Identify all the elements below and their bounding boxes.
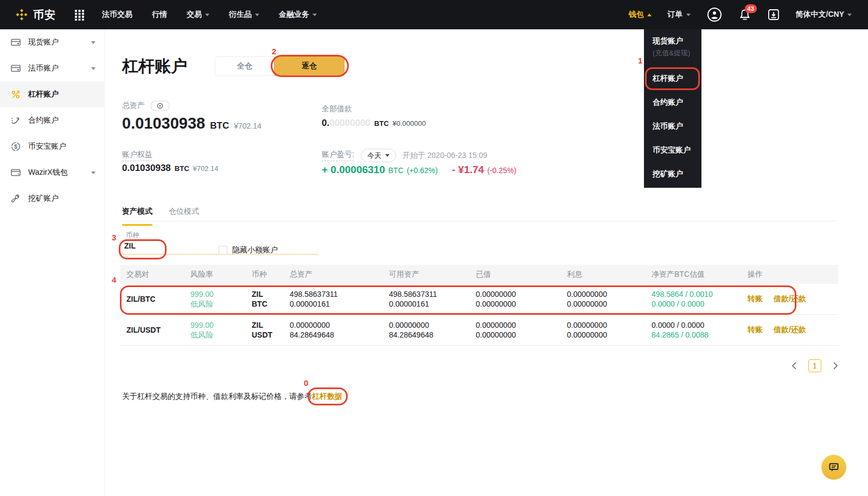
wallet-menu-mining-account[interactable]: 挖矿账户 <box>653 168 693 179</box>
borrowed-zeros: 00000000 <box>329 118 371 129</box>
card-plus-icon <box>10 37 21 48</box>
nav-item-trade[interactable]: 交易 <box>187 10 209 20</box>
support-chat-button[interactable] <box>821 455 846 480</box>
borrow-repay-link[interactable]: 借款/还款 <box>774 294 806 304</box>
total-assets-fiat: ¥702.14 <box>234 122 261 130</box>
equity-unit: BTC <box>175 164 189 173</box>
sidebar-item-spot-account[interactable]: 现货账户 <box>0 29 104 55</box>
net-btc-cell: 498.5864 / 0.0010 0.0000 / 0.0000 <box>646 289 742 309</box>
pagination: 1 <box>792 359 838 372</box>
sidebar-item-label: 法币账户 <box>28 63 59 73</box>
total-assets-unit: BTC <box>210 120 229 131</box>
sidebar-item-label: WazirX钱包 <box>28 168 68 177</box>
action-cell: 转账 借款/还款 <box>742 325 838 335</box>
notification-badge: 43 <box>745 4 757 13</box>
chevron-down-icon <box>312 14 317 16</box>
chevron-down-icon <box>91 171 95 174</box>
hide-small-label: 隐藏小额账户 <box>232 245 278 255</box>
nav-item-wallet[interactable]: 钱包 <box>629 10 652 20</box>
sidebar-item-fiat-account[interactable]: 法币账户 <box>0 55 104 81</box>
total-assets-label: 总资产 <box>122 101 145 111</box>
coin-cell: ZIL USDT <box>246 320 284 340</box>
hide-small-checkbox[interactable] <box>219 246 227 255</box>
binance-logo[interactable]: 币安 <box>15 8 56 22</box>
page-title: 杠杆账户 <box>122 55 187 78</box>
col-header-available: 可用资产 <box>383 270 470 279</box>
tab-asset-mode[interactable]: 资产模式 <box>122 207 152 226</box>
sidebar-item-wazirx-wallet[interactable]: WazirX钱包 <box>0 160 104 186</box>
wrench-icon <box>10 193 21 204</box>
sidebar-item-futures-account[interactable]: 合约账户 <box>0 107 104 133</box>
equity-value: 0.01030938 BTC ¥702.14 <box>122 163 219 174</box>
page-number[interactable]: 1 <box>808 359 821 372</box>
sidebar: 现货账户 法币账户 杠杆账户 合约账户 $ 币安宝账户 WazirX钱包 挖矿账… <box>0 29 105 496</box>
footnote: 关于杠杆交易的支持币种、借款利率及标记价格，请参考杠杆数据 <box>122 392 342 402</box>
col-header-interest: 利息 <box>561 270 646 279</box>
sidebar-item-label: 合约账户 <box>28 116 59 125</box>
eye-toggle-icon[interactable] <box>150 100 170 111</box>
language-currency-selector[interactable]: 简体中文/CNY <box>796 10 852 20</box>
sidebar-item-savings-account[interactable]: $ 币安宝账户 <box>0 133 104 160</box>
nav-item-orders[interactable]: 订单 <box>668 10 691 20</box>
card-plus-icon <box>10 63 21 74</box>
svg-text:$: $ <box>14 144 17 150</box>
chevron-down-icon <box>847 14 852 16</box>
sidebar-item-label: 杠杆账户 <box>28 90 59 99</box>
wallet-menu-fiat-account[interactable]: 法币账户 <box>653 120 693 131</box>
nav-item-markets[interactable]: 行情 <box>152 10 167 20</box>
borrowed-fiat: ¥0.000000 <box>393 119 426 128</box>
binance-diamond-icon <box>15 8 28 21</box>
total-assets-value: 0.01030938 BTC ¥702.14 <box>122 115 261 132</box>
chevron-up-icon <box>647 14 652 16</box>
account-button[interactable] <box>707 7 722 22</box>
total-cell: 498.58637311 0.00000161 <box>284 289 383 309</box>
sidebar-item-label: 挖矿账户 <box>28 194 59 204</box>
nav-item-finance[interactable]: 金融业务 <box>279 10 317 20</box>
margin-data-link[interactable]: 杠杆数据 <box>312 392 342 400</box>
nav-item-fiat-trade[interactable]: 法币交易 <box>102 10 132 20</box>
transfer-link[interactable]: 转账 <box>748 294 763 304</box>
notifications-button[interactable]: 43 <box>738 8 751 21</box>
coin-cell: ZIL BTC <box>246 289 284 309</box>
wallet-menu-futures-account[interactable]: 合约账户 <box>653 97 693 107</box>
sidebar-item-label: 币安宝账户 <box>28 142 66 151</box>
pair-label: ZIL/USDT <box>120 326 184 334</box>
wallet-menu-margin-account[interactable]: 杠杆账户 <box>653 73 693 84</box>
isolated-margin-button[interactable]: 逐仓 <box>274 56 344 76</box>
nav-item-derivatives[interactable]: 衍生品 <box>229 10 259 20</box>
sidebar-item-mining-account[interactable]: 挖矿账户 <box>0 186 104 212</box>
sidebar-item-label: 现货账户 <box>28 37 59 47</box>
chevron-down-icon <box>91 41 95 44</box>
cross-margin-button[interactable]: 全仓 <box>215 56 275 76</box>
brand-name: 币安 <box>33 8 56 22</box>
wallet-dropdown-menu: 现货账户 (充值&提现) 杠杆账户 合约账户 法币账户 币安宝账户 挖矿账户 <box>644 29 701 188</box>
hide-small-balances[interactable]: 隐藏小额账户 <box>219 245 278 255</box>
tab-position-mode[interactable]: 仓位模式 <box>169 207 199 226</box>
nav-right: 钱包 订单 43 简体中文/CNY <box>629 7 852 22</box>
apps-grid-icon[interactable] <box>74 9 85 21</box>
sidebar-item-margin-account[interactable]: 杠杆账户 <box>0 81 104 107</box>
pnl-range-select[interactable]: 今天 <box>361 149 396 162</box>
col-header-action: 操作 <box>742 270 838 279</box>
transfer-link[interactable]: 转账 <box>748 325 763 335</box>
interest-cell: 0.00000000 0.00000000 <box>561 320 646 340</box>
total-cell: 0.00000000 84.28649648 <box>284 320 383 340</box>
total-borrowed-label: 全部借款 <box>322 104 352 114</box>
total-assets-amount: 0.01030938 <box>122 115 205 132</box>
risk-cell: 999.00 低风险 <box>184 320 246 340</box>
prev-page-button[interactable] <box>792 361 797 370</box>
wallet-menu-savings-account[interactable]: 币安宝账户 <box>653 144 693 155</box>
borrowed-int: 0. <box>322 118 329 129</box>
available-cell: 0.00000000 84.28649648 <box>383 320 470 340</box>
wallet-card-icon <box>10 167 21 178</box>
main-content: 杠杆账户 全仓 逐仓 总资产 0.01030938 BTC ¥702.14 账户… <box>105 29 868 496</box>
next-page-button[interactable] <box>833 361 838 370</box>
equity-amount: 0.01030938 <box>122 163 171 174</box>
user-icon <box>707 7 722 22</box>
total-assets-label-row: 总资产 <box>122 100 170 111</box>
borrow-repay-link[interactable]: 借款/还款 <box>774 325 806 335</box>
chat-bubble-icon <box>828 461 840 473</box>
pnl-gain: + 0.00006310 BTC (+0.62%) <box>322 164 438 176</box>
download-app-button[interactable] <box>768 9 780 21</box>
wallet-menu-spot-account[interactable]: 现货账户 <box>653 35 693 46</box>
